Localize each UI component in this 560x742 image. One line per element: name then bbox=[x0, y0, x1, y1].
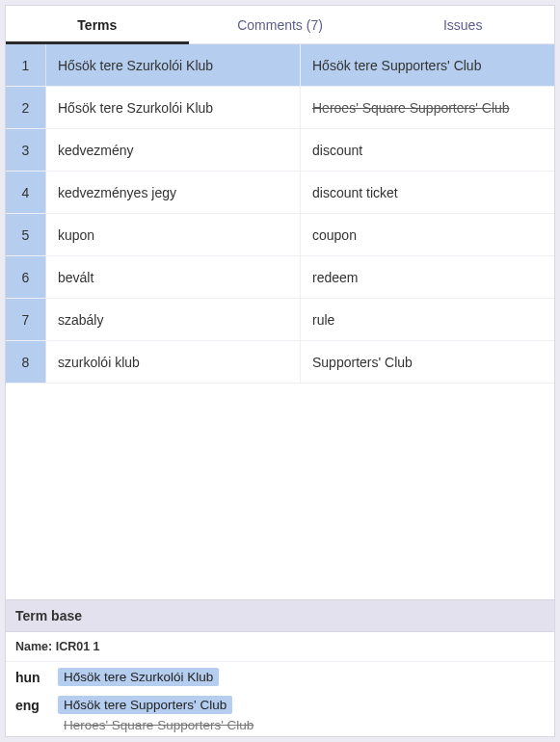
source-cell[interactable]: kedvezményes jegy bbox=[46, 172, 301, 213]
source-cell[interactable]: kedvezmény bbox=[46, 129, 301, 171]
table-row[interactable]: 3kedvezménydiscount bbox=[6, 129, 554, 172]
tab-issues[interactable]: Issues bbox=[371, 6, 554, 43]
target-cell[interactable]: discount ticket bbox=[301, 172, 554, 213]
row-number: 2 bbox=[6, 87, 46, 128]
table-row[interactable]: 5kuponcoupon bbox=[6, 214, 554, 256]
tab-comments-label: Comments (7) bbox=[237, 17, 323, 33]
target-cell[interactable]: rule bbox=[301, 299, 554, 340]
tab-terms-label: Terms bbox=[77, 17, 117, 33]
source-cell[interactable]: Hősök tere Szurkolói Klub bbox=[46, 87, 301, 128]
source-cell[interactable]: kupon bbox=[46, 214, 301, 255]
target-cell[interactable]: coupon bbox=[301, 214, 554, 255]
term-chip-list: Hősök tere Supporters' ClubHeroes' Squar… bbox=[58, 696, 259, 732]
term-chip[interactable]: Hősök tere Supporters' Club bbox=[58, 696, 232, 714]
table-row[interactable]: 8szurkolói klubSupporters' Club bbox=[6, 341, 554, 384]
table-row[interactable]: 6beváltredeem bbox=[6, 256, 554, 299]
source-cell[interactable]: szabály bbox=[46, 299, 301, 340]
term-chip[interactable]: Hősök tere Szurkolói Klub bbox=[58, 668, 219, 686]
row-number: 4 bbox=[6, 172, 46, 213]
table-row[interactable]: 4kedvezményes jegydiscount ticket bbox=[6, 172, 554, 214]
lang-line: hunHősök tere Szurkolói Klub bbox=[6, 662, 554, 690]
termbase-name-label: Name: bbox=[15, 640, 52, 653]
termbase-name-line: Name: ICR01 1 bbox=[6, 632, 554, 662]
termbase-name-value: ICR01 1 bbox=[56, 640, 100, 653]
row-number: 6 bbox=[6, 256, 46, 298]
row-number: 5 bbox=[6, 214, 46, 255]
source-cell[interactable]: szurkolói klub bbox=[46, 341, 301, 383]
row-number: 1 bbox=[6, 44, 46, 86]
termbase-lang-list: hunHősök tere Szurkolói KlubengHősök ter… bbox=[6, 662, 554, 736]
target-cell[interactable]: Hősök tere Supporters' Club bbox=[301, 44, 554, 86]
target-cell[interactable]: discount bbox=[301, 129, 554, 171]
table-row[interactable]: 7szabályrule bbox=[6, 299, 554, 341]
tab-bar: Terms Comments (7) Issues bbox=[6, 6, 554, 44]
target-cell[interactable]: Heroes' Square Supporters' Club bbox=[301, 87, 554, 128]
lang-code: eng bbox=[15, 696, 58, 713]
app-frame: Terms Comments (7) Issues 1Hősök tere Sz… bbox=[0, 0, 560, 742]
source-cell[interactable]: bevált bbox=[46, 256, 301, 298]
table-row[interactable]: 2Hősök tere Szurkolói KlubHeroes' Square… bbox=[6, 87, 554, 129]
terms-table: 1Hősök tere Szurkolói KlubHősök tere Sup… bbox=[6, 44, 554, 599]
tab-terms[interactable]: Terms bbox=[6, 6, 189, 43]
target-cell[interactable]: Supporters' Club bbox=[301, 341, 554, 383]
termbase-panel: Term base Name: ICR01 1 hunHősök tere Sz… bbox=[6, 599, 554, 736]
term-chip[interactable]: Heroes' Square Supporters' Club bbox=[58, 718, 259, 732]
lang-code: hun bbox=[15, 668, 58, 685]
table-row[interactable]: 1Hősök tere Szurkolói KlubHősök tere Sup… bbox=[6, 44, 554, 87]
tab-comments[interactable]: Comments (7) bbox=[189, 6, 372, 43]
source-cell[interactable]: Hősök tere Szurkolói Klub bbox=[46, 44, 301, 86]
lang-line: engHősök tere Supporters' ClubHeroes' Sq… bbox=[6, 690, 554, 736]
term-chip-list: Hősök tere Szurkolói Klub bbox=[58, 668, 219, 686]
row-number: 7 bbox=[6, 299, 46, 340]
tab-issues-label: Issues bbox=[443, 17, 482, 33]
row-number: 8 bbox=[6, 341, 46, 383]
termbase-header: Term base bbox=[6, 600, 554, 632]
target-cell[interactable]: redeem bbox=[301, 256, 554, 298]
main-panel: Terms Comments (7) Issues 1Hősök tere Sz… bbox=[5, 5, 555, 737]
row-number: 3 bbox=[6, 129, 46, 171]
